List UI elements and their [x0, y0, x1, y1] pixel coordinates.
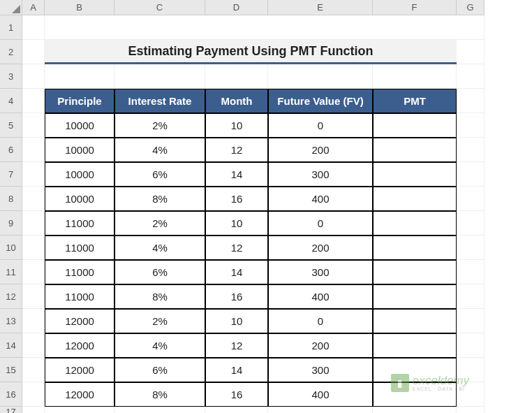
td-rate-0[interactable]: 2%	[114, 113, 205, 138]
row-header-7[interactable]: 7	[0, 162, 22, 187]
td-principle-9[interactable]: 12000	[45, 333, 114, 358]
td-pmt-0[interactable]	[373, 113, 457, 138]
td-rate-1[interactable]: 4%	[114, 138, 205, 162]
td-fv-8[interactable]: 0	[268, 309, 373, 333]
cell-A11[interactable]	[22, 260, 45, 284]
th-interest-rate[interactable]: Interest Rate	[114, 89, 205, 113]
cell-row17-4[interactable]	[268, 407, 373, 413]
col-header-D[interactable]: D	[205, 0, 268, 15]
td-month-8[interactable]: 10	[205, 309, 268, 333]
td-fv-7[interactable]: 400	[268, 284, 373, 309]
col-header-F[interactable]: F	[373, 0, 457, 15]
cell-G15[interactable]	[457, 358, 485, 382]
td-principle-7[interactable]: 11000	[45, 284, 114, 309]
td-rate-3[interactable]: 8%	[114, 187, 205, 211]
cell-row17-6[interactable]	[457, 407, 485, 413]
td-month-3[interactable]: 16	[205, 187, 268, 211]
td-month-2[interactable]: 14	[205, 162, 268, 187]
td-rate-2[interactable]: 6%	[114, 162, 205, 187]
td-principle-1[interactable]: 10000	[45, 138, 114, 162]
col-header-E[interactable]: E	[268, 0, 373, 15]
td-month-6[interactable]: 14	[205, 260, 268, 284]
td-fv-1[interactable]: 200	[268, 138, 373, 162]
cell-row3-3[interactable]	[205, 64, 268, 89]
blank-row-1[interactable]	[45, 15, 485, 40]
row-header-11[interactable]: 11	[0, 260, 22, 284]
cell-A10[interactable]	[22, 236, 45, 260]
td-pmt-7[interactable]	[373, 284, 457, 309]
cell-G5[interactable]	[457, 113, 485, 138]
td-rate-9[interactable]: 4%	[114, 333, 205, 358]
cell-G8[interactable]	[457, 187, 485, 211]
td-principle-0[interactable]: 10000	[45, 113, 114, 138]
row-header-5[interactable]: 5	[0, 113, 22, 138]
col-header-A[interactable]: A	[22, 0, 45, 15]
td-month-9[interactable]: 12	[205, 333, 268, 358]
cell-A15[interactable]	[22, 358, 45, 382]
td-fv-10[interactable]: 300	[268, 358, 373, 382]
td-rate-4[interactable]: 2%	[114, 211, 205, 236]
row-header-13[interactable]: 13	[0, 309, 22, 333]
cell-G4[interactable]	[457, 89, 485, 113]
td-pmt-3[interactable]	[373, 187, 457, 211]
td-pmt-1[interactable]	[373, 138, 457, 162]
cell-G2[interactable]	[457, 40, 485, 64]
td-fv-4[interactable]: 0	[268, 211, 373, 236]
cell-A6[interactable]	[22, 138, 45, 162]
td-month-7[interactable]: 16	[205, 284, 268, 309]
cell-row17-3[interactable]	[205, 407, 268, 413]
td-month-11[interactable]: 16	[205, 382, 268, 407]
col-header-B[interactable]: B	[45, 0, 114, 15]
td-fv-5[interactable]: 200	[268, 236, 373, 260]
td-pmt-5[interactable]	[373, 236, 457, 260]
row-header-8[interactable]: 8	[0, 187, 22, 211]
cell-A5[interactable]	[22, 113, 45, 138]
title[interactable]: Estimating Payment Using PMT Function	[45, 40, 457, 64]
cell-G11[interactable]	[457, 260, 485, 284]
cell-A4[interactable]	[22, 89, 45, 113]
cell-A9[interactable]	[22, 211, 45, 236]
td-pmt-11[interactable]	[373, 382, 457, 407]
row-header-2[interactable]: 2	[0, 40, 22, 64]
cell-A7[interactable]	[22, 162, 45, 187]
row-header-6[interactable]: 6	[0, 138, 22, 162]
cell-G10[interactable]	[457, 236, 485, 260]
cell-row17-2[interactable]	[114, 407, 205, 413]
cell-G13[interactable]	[457, 309, 485, 333]
cell-G14[interactable]	[457, 333, 485, 358]
th-pmt[interactable]: PMT	[373, 89, 457, 113]
col-header-C[interactable]: C	[114, 0, 205, 15]
td-pmt-4[interactable]	[373, 211, 457, 236]
cell-A14[interactable]	[22, 333, 45, 358]
cell-row3-6[interactable]	[457, 64, 485, 89]
td-fv-9[interactable]: 200	[268, 333, 373, 358]
row-header-3[interactable]: 3	[0, 64, 22, 89]
td-pmt-6[interactable]	[373, 260, 457, 284]
row-header-17[interactable]: 17	[0, 407, 22, 413]
td-month-4[interactable]: 10	[205, 211, 268, 236]
td-rate-8[interactable]: 2%	[114, 309, 205, 333]
td-principle-10[interactable]: 12000	[45, 358, 114, 382]
td-month-0[interactable]: 10	[205, 113, 268, 138]
th-principle[interactable]: Principle	[45, 89, 114, 113]
row-header-10[interactable]: 10	[0, 236, 22, 260]
td-rate-7[interactable]: 8%	[114, 284, 205, 309]
select-all-corner[interactable]	[0, 0, 22, 15]
row-header-14[interactable]: 14	[0, 333, 22, 358]
td-fv-2[interactable]: 300	[268, 162, 373, 187]
cell-row3-4[interactable]	[268, 64, 373, 89]
cell-row17-0[interactable]	[22, 407, 45, 413]
row-header-15[interactable]: 15	[0, 358, 22, 382]
td-month-1[interactable]: 12	[205, 138, 268, 162]
td-fv-3[interactable]: 400	[268, 187, 373, 211]
cell-G7[interactable]	[457, 162, 485, 187]
cell-A12[interactable]	[22, 284, 45, 309]
col-header-G[interactable]: G	[457, 0, 485, 15]
td-rate-5[interactable]: 4%	[114, 236, 205, 260]
cell-A2[interactable]	[22, 40, 45, 64]
cell-G12[interactable]	[457, 284, 485, 309]
cell-G16[interactable]	[457, 382, 485, 407]
td-month-5[interactable]: 12	[205, 236, 268, 260]
td-pmt-8[interactable]	[373, 309, 457, 333]
cell-A13[interactable]	[22, 309, 45, 333]
